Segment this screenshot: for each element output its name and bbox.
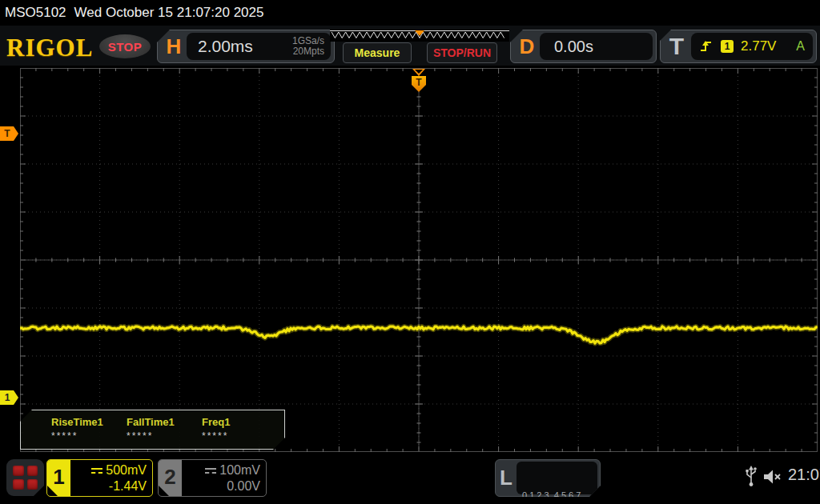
delay-settings-panel[interactable]: D 0.00s [510,30,657,63]
delay-value: 0.00s [540,38,593,56]
datetime-text: Wed October 15 21:07:20 2025 [74,5,264,21]
trigger-slope-icon [699,40,713,53]
acquisition-status-indicator: STOP [99,34,151,58]
dc-coupling-icon [205,468,216,474]
horizontal-settings-panel[interactable]: H 2.00ms 1GSa/s 20Mpts [157,30,335,63]
status-bar: 1 500mV -1.44V 2 100mV 0.00V L 0 1 2 3 4… [0,452,820,504]
grid-menu-button[interactable] [6,459,44,496]
usb-icon [743,465,759,489]
timebase-value: 2.00ms [187,37,292,56]
logic-row1: 0 1 2 3 4 5 6 7 [522,490,597,502]
trigger-level-value: 2.77V [741,38,776,54]
trigger-source-badge: 1 [721,40,734,53]
channel1-scale: 500mV [106,463,147,477]
channel1-offset: -1.44V [70,478,147,494]
measurement-label: RiseTime1 [51,416,127,428]
channel2-values: 100mV 0.00V [182,460,266,496]
horizontal-inset: 2.00ms 1GSa/s 20Mpts [187,33,331,60]
logic-channel-numbers: 0 1 2 3 4 5 6 7 8 9 1011 12131415 [517,462,597,494]
measurement-item: Freq1 ***** [202,410,277,449]
channel1-panel[interactable]: 1 500mV -1.44V [46,459,153,497]
red-tile-icon [13,479,24,490]
channel1-values: 500mV -1.44V [70,460,152,496]
oscilloscope-screen: MSO5102 Wed October 15 21:07:20 2025 RIG… [0,0,820,504]
trigger-mode: A [796,39,805,54]
channel2-number-tab: 2 [159,460,182,496]
memory-waveform-icon [330,30,509,42]
measurement-results-box[interactable]: RiseTime1 ***** FallTime1 ***** Freq1 **… [20,410,285,450]
trigger-inset: 1 2.77V A [691,33,813,60]
measurement-value: ***** [127,430,202,442]
measurement-item: RiseTime1 ***** [51,410,127,449]
horizontal-position-indicator[interactable] [330,30,509,42]
horizontal-badge: H [161,34,187,59]
speaker-muted-icon[interactable] [763,468,784,486]
trigger-settings-panel[interactable]: T 1 2.77V A [660,30,817,63]
dc-coupling-icon [91,468,102,474]
toolbar: RIGOL STOP H 2.00ms 1GSa/s 20Mpts Measur… [0,26,820,66]
red-tile-icon [27,479,38,490]
measurement-label: FallTime1 [127,416,202,428]
logic-badge: L [496,466,517,490]
waveform-display-area[interactable] [20,68,818,452]
trigger-level-marker[interactable]: T [0,126,18,141]
model-name: MSO5102 [5,5,66,21]
stop-run-button[interactable]: STOP/RUN [427,42,497,63]
channel2-panel[interactable]: 2 100mV 0.00V [158,459,267,497]
red-tile-icon [13,466,24,476]
measurement-value: ***** [51,430,127,442]
measurement-label: Freq1 [202,416,277,428]
sample-rate-block: 1GSa/s 20Mpts [292,36,331,57]
channel2-offset: 0.00V [182,478,260,494]
measure-button[interactable]: Measure [343,42,412,63]
delay-badge: D [514,34,540,59]
title-bar: MSO5102 Wed October 15 21:07:20 2025 [0,0,820,26]
red-tile-icon [27,466,38,476]
memory-depth-value: 20Mpts [292,46,324,57]
trigger-badge: T [662,33,691,60]
channel2-scale: 100mV [219,463,260,477]
graticule-and-trace [20,68,818,452]
logic-channels-panel[interactable]: L 0 1 2 3 4 5 6 7 8 9 1011 12131415 [495,459,601,497]
clock: 21:07 [788,466,820,484]
rigol-logo: RIGOL [6,34,93,62]
channel1-number-tab: 1 [47,460,70,496]
measurement-item: FallTime1 ***** [127,410,202,449]
measurement-value: ***** [202,430,277,442]
delay-inset: 0.00s [540,33,653,60]
channel1-ground-marker[interactable]: 1 [0,390,18,405]
